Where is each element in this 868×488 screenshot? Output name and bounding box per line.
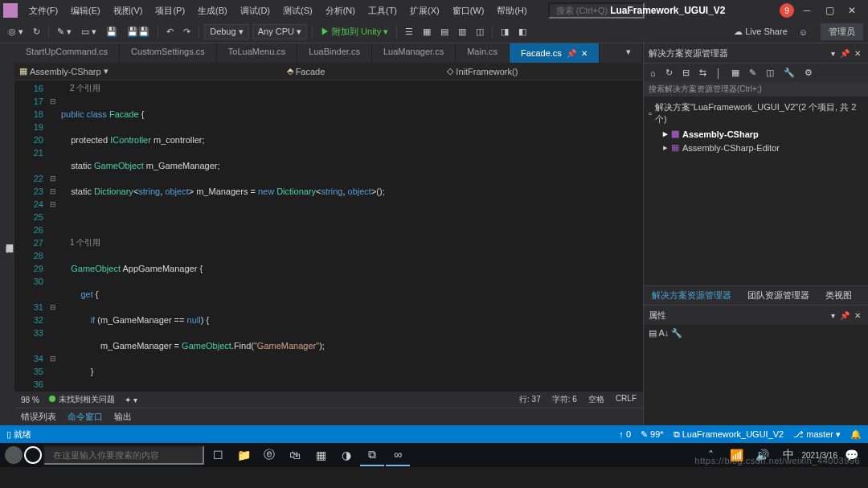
close-button[interactable]: ✕ [845,5,858,16]
status-project[interactable]: ⧉ LuaFramework_UGUI_V2 [674,429,784,440]
notification-badge[interactable]: 9 [780,3,794,18]
tb-icon-5[interactable]: ◫ [473,25,487,39]
tree-project[interactable]: ▸▦Assembly-CSharp-Editor [649,141,863,154]
menu-test[interactable]: 测试(S) [278,2,317,19]
file-tab[interactable]: StartUpCommand.cs [14,43,120,63]
tab-solution-explorer[interactable]: 解决方案资源管理器 [644,286,739,305]
git-outgoing[interactable]: ↑ 0 [619,429,631,439]
panel-dropdown-icon[interactable]: ▾ [829,49,837,58]
status-notif-icon[interactable]: 🔔 [850,429,862,440]
status-branch[interactable]: ⎇ master ▾ [793,429,841,440]
props-cat-icon[interactable]: ▤ [649,328,657,338]
store-icon[interactable]: 🛍 [283,444,307,466]
explorer-icon[interactable]: 📁 [231,444,256,466]
line-ending[interactable]: CRLF [616,394,637,405]
left-tool-strip[interactable]: 服务器资源管理器 [0,43,14,425]
menu-view[interactable]: 视图(V) [108,2,148,19]
code-editor[interactable]: 161718192021 222324252627282930 313233 3… [14,80,643,392]
tab-team-explorer[interactable]: 团队资源管理器 [739,286,817,305]
props-dropdown-icon[interactable]: ▾ [829,311,837,320]
tb-icon-3[interactable]: ▤ [437,25,452,39]
issues-status[interactable]: 未找到相关问题 [49,394,115,405]
file-tab[interactable]: LuaBinder.cs [297,43,372,63]
menu-tools[interactable]: 工具(T) [363,2,402,19]
menu-file[interactable]: 文件(F) [24,2,63,19]
panel-close-icon[interactable]: ✕ [852,49,863,58]
props-az-icon[interactable]: A↓ [658,328,669,338]
bc-class[interactable]: ⬘Facade [287,66,326,76]
menu-window[interactable]: 窗口(W) [448,2,489,19]
tb-icon-4[interactable]: ▥ [455,25,469,39]
panel-pin-icon[interactable]: 📌 [837,49,852,58]
tb-icon-7[interactable]: ◧ [515,25,530,39]
nav-fwd-icon[interactable]: ↻ [30,25,43,39]
git-incoming[interactable]: ✎ 99* [641,429,664,440]
menu-help[interactable]: 帮助(H) [492,2,531,19]
sync-icon[interactable]: ⇆ [696,66,710,80]
menu-debug[interactable]: 调试(D) [235,2,275,19]
tb-icon-6[interactable]: ◨ [497,25,512,39]
platform-combo[interactable]: Any CPU ▾ [252,24,307,39]
tab-cmdwindow[interactable]: 命令窗口 [68,411,103,423]
vs-icon[interactable]: ∞ [386,444,410,466]
edge-icon[interactable]: ⓔ [257,444,281,466]
redo-icon[interactable]: ↷ [180,25,194,39]
vscode-icon[interactable]: ⧉ [360,444,384,466]
feedback-icon[interactable]: ☺ [796,26,811,39]
admin-button[interactable]: 管理员 [821,23,863,40]
wrench-icon[interactable]: 🔧 [780,66,798,80]
save-icon[interactable]: 💾 [103,25,121,39]
liveshare-button[interactable]: ☁ Live Share [729,25,792,39]
menu-extensions[interactable]: 扩展(X) [405,2,444,19]
collapse-icon[interactable]: ⊟ [679,66,693,80]
zoom-pct[interactable]: 98 % [21,396,39,404]
config-combo[interactable]: Debug ▾ [204,24,248,39]
props-pin-icon[interactable]: 📌 [837,311,852,320]
file-tab[interactable]: LuaManager.cs [372,43,456,63]
props-close-icon[interactable]: ✕ [852,311,863,320]
whitespace-mode[interactable]: 空格 [588,394,604,405]
pin-icon[interactable]: 📌 [567,49,576,58]
tab-errorlist[interactable]: 错误列表 [21,411,56,423]
refresh-icon[interactable]: ↻ [662,66,676,80]
tb-icon-1[interactable]: ☰ [402,25,416,39]
solution-search-input[interactable]: 搜索解决方案资源管理器(Ctrl+;) [644,82,868,96]
file-tab-active[interactable]: Facade.cs📌✕ [510,43,600,63]
undo-icon[interactable]: ↶ [163,25,177,39]
home-icon[interactable]: ⌂ [647,67,659,80]
new-item-icon[interactable]: ✎ ▾ [54,25,75,39]
taskbar-search-input[interactable] [43,445,204,465]
tree-project[interactable]: ▸▦Assembly-CSharp [649,127,863,141]
close-tab-icon[interactable]: ✕ [581,49,588,58]
preview-icon[interactable]: ◫ [763,66,777,80]
nav-back-icon[interactable]: ◎ ▾ [5,25,27,39]
bc-assembly[interactable]: ▦Assembly-CSharp ▾ [19,66,108,76]
app-icon[interactable]: ▦ [309,444,333,466]
menu-project[interactable]: 项目(P) [150,2,190,19]
open-icon[interactable]: ▭ ▾ [78,25,100,39]
menu-analyze[interactable]: 分析(N) [321,2,360,19]
file-tab[interactable]: ToLuaMenu.cs [217,43,298,63]
tab-output[interactable]: 输出 [114,411,132,423]
attach-unity-button[interactable]: ▶ 附加到 Unity ▾ [317,24,391,39]
save-all-icon[interactable]: 💾💾 [124,25,153,39]
tb-icon-2[interactable]: ▦ [420,25,434,39]
tree-root[interactable]: ▫解决方案"LuaFramework_UGUI_V2"(2 个项目, 共 2 个… [649,100,863,127]
code-body[interactable]: 2 个引用 public class Facade { protected IC… [61,80,643,392]
menu-build[interactable]: 生成(B) [193,2,232,19]
properties-icon[interactable]: ✎ [746,66,760,80]
bc-method[interactable]: ◇InitFramework() [447,66,518,76]
tab-class-view[interactable]: 类视图 [817,286,860,305]
start-avatar-icon[interactable] [5,446,23,464]
fold-column[interactable]: ⊟ ⊟⊟⊟ ⊟ ⊟ ⊟ [50,80,61,392]
props-wrench-icon[interactable]: 🔧 [671,328,682,338]
maximize-button[interactable]: ▢ [823,5,836,16]
tab-overflow-icon[interactable]: ▾ [615,43,643,63]
gear-icon[interactable]: ⚙ [801,66,816,80]
app-icon[interactable]: ◑ [334,444,358,466]
file-tab[interactable]: Main.cs [456,43,510,63]
menu-edit[interactable]: 编辑(E) [66,2,105,19]
showall-icon[interactable]: ▦ [728,66,743,80]
file-tab[interactable]: CustomSettings.cs [120,43,217,63]
taskview-icon[interactable]: ☐ [206,444,230,466]
